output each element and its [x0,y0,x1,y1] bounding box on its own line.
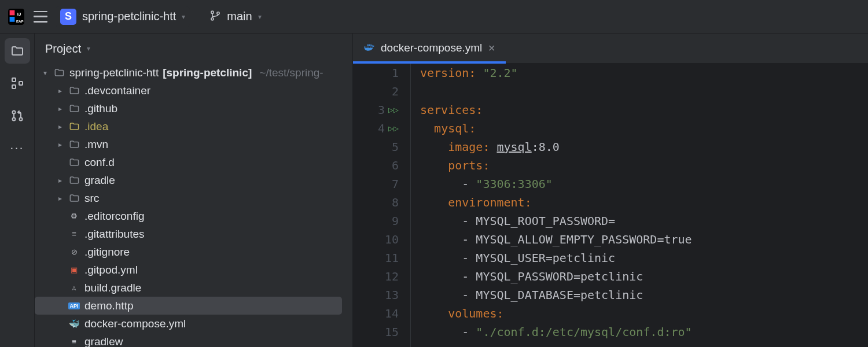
code-line[interactable]: ports: [420,156,868,175]
folder-icon [68,193,80,204]
structure-tool-button[interactable] [5,71,30,96]
chevron-right-icon: ▸ [57,87,64,95]
editor[interactable]: 123 ▷▷4 ▷▷56789101112131415 version: "2.… [353,64,868,347]
gutter-line: 9 [353,212,404,230]
tree-root-name: spring-petclinic-htt [69,67,159,79]
gutter-line: 10 [353,230,404,249]
svg-text:IJ: IJ [17,12,21,17]
text-icon: ≡ [68,230,80,238]
tree-root-module: [spring-petclinic] [163,67,252,79]
code-line[interactable]: mysql: [420,119,868,138]
gutter-line: 5 [353,138,404,156]
pull-requests-tool-button[interactable] [5,103,30,128]
chevron-down-icon: ▾ [87,45,90,53]
tree-item-label: .idea [84,120,108,133]
tree-item[interactable]: APIdemo.http [35,297,342,315]
code-line[interactable]: - MYSQL_PASSWORD=petclinic [420,267,868,286]
panel-title: Project [45,42,81,56]
code-line[interactable]: - MYSQL_USER=petclinic [420,249,868,267]
editor-area: docker-compose.yml ✕ 123 ▷▷4 ▷▷567891011… [353,34,868,347]
branch-name: main [227,10,252,23]
gutter-line: 7 [353,175,404,193]
project-tool-button[interactable] [5,38,30,64]
chevron-right-icon: ▸ [57,105,64,113]
code-line[interactable]: - "./conf.d:/etc/mysql/conf.d:ro" [420,323,868,341]
project-panel: Project ▾ ▾spring-petclinic-htt [spring-… [35,34,353,347]
tree-item[interactable]: ▸src [35,189,352,207]
code-line[interactable]: version: "2.2" [420,64,868,82]
code-line[interactable]: image: mysql:8.0 [420,138,868,156]
code-line[interactable]: - MYSQL_ALLOW_EMPTY_PASSWORD=true [420,230,868,249]
tree-item[interactable]: ⚙.editorconfig [35,207,352,225]
tree-item-label: .devcontainer [84,84,150,97]
titlebar: IJEAP S spring-petclinic-htt ▾ main ▾ [0,0,868,34]
chevron-right-icon: ▸ [57,123,64,131]
hamburger-menu-icon[interactable] [34,11,47,23]
tree-item-label: docker-compose.yml [84,318,186,330]
more-tool-button[interactable]: ··· [5,135,30,161]
tree-item[interactable]: ▣.gitpod.yml [35,261,352,279]
branch-selector[interactable]: main ▾ [205,8,266,26]
yml-icon: ▣ [68,265,80,274]
code-line[interactable]: - MYSQL_ROOT_PASSWORD= [420,212,868,230]
code-line[interactable]: - MYSQL_DATABASE=petclinic [420,286,868,304]
tab-label: docker-compose.yml [381,42,482,54]
run-gutter-icon[interactable]: ▷▷ [388,101,399,119]
project-selector[interactable]: S spring-petclinic-htt ▾ [56,6,190,27]
folder-icon [68,139,80,150]
tab-docker-compose[interactable]: docker-compose.yml ✕ [353,33,506,63]
tree-item-label: build.gradle [84,282,141,294]
tree-item[interactable]: 🐳docker-compose.yml [35,315,352,333]
editor-code[interactable]: version: "2.2" services: mysql: image: m… [411,64,868,347]
api-icon: API [68,302,80,309]
tree-item[interactable]: ▸.mvn [35,135,352,153]
tool-stripe: ··· [0,34,35,347]
svg-point-7 [217,12,219,14]
folder-icon [68,103,80,114]
code-line[interactable]: volumes: [420,304,868,323]
close-icon[interactable]: ✕ [488,43,495,54]
tree-item[interactable]: ▸gradle [35,171,352,189]
ban-icon: ⊘ [68,248,80,256]
svg-rect-8 [12,78,16,82]
tree-item-label: conf.d [84,156,115,169]
tree-item-label: src [84,192,99,205]
code-line[interactable]: - "3306:3306" [420,175,868,193]
svg-text:EAP: EAP [16,19,24,23]
tree-item[interactable]: ≡.gitattributes [35,225,352,243]
project-tree[interactable]: ▾spring-petclinic-htt [spring-petclinic]… [35,64,352,347]
tree-item[interactable]: conf.d [35,153,352,171]
svg-point-13 [19,118,22,121]
gradle-icon: ⟑ [68,283,80,292]
tree-item-label: .mvn [84,138,108,151]
chevron-down-icon: ▾ [258,13,262,21]
gutter-line: 14 [353,304,404,323]
tree-item[interactable]: ▸.github [35,99,352,117]
run-gutter-icon[interactable]: ▷▷ [388,119,399,138]
tree-item-label: gradle [84,174,115,187]
tree-root-path: ~/test/spring- [259,67,323,79]
tree-item[interactable]: ≡gradlew [35,333,352,347]
tree-root[interactable]: ▾spring-petclinic-htt [spring-petclinic]… [35,64,352,82]
gutter-line: 3 ▷▷ [353,101,404,119]
tree-item-label: .editorconfig [84,210,145,223]
gutter-line: 11 [353,249,404,267]
chevron-right-icon: ▸ [57,194,64,202]
more-icon: ··· [10,141,24,156]
chevron-right-icon: ▸ [57,176,64,184]
code-line[interactable] [420,82,868,101]
gutter-line: 2 [353,82,404,101]
tree-item[interactable]: ▸.idea [35,117,352,135]
folder-icon [68,175,80,186]
tree-item[interactable]: ⟑build.gradle [35,279,352,297]
panel-header[interactable]: Project ▾ [35,34,352,64]
tree-item[interactable]: ⊘.gitignore [35,243,352,261]
code-line[interactable]: environment: [420,193,868,212]
svg-point-12 [12,118,15,121]
code-line[interactable]: services: [420,101,868,119]
tree-item[interactable]: ▸.devcontainer [35,82,352,99]
svg-rect-10 [19,82,23,85]
svg-point-11 [12,111,15,114]
chevron-right-icon: ▸ [57,141,64,149]
folder-icon [68,85,80,96]
